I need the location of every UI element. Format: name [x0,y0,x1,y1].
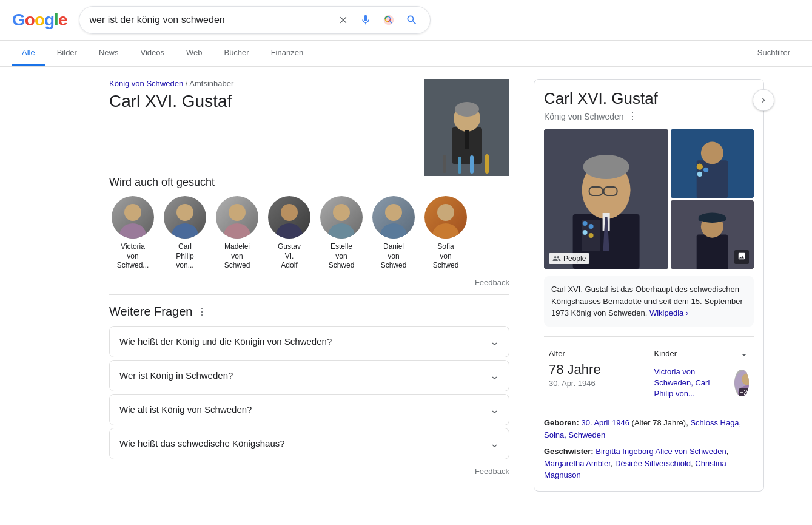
related-img-victoria [112,196,154,239]
svg-point-9 [455,102,479,117]
kp-sibling-christina[interactable]: Christina [695,459,726,468]
faq-item-2[interactable]: Wer ist König in Schweden? ⌄ [109,360,509,391]
svg-rect-11 [443,155,446,173]
kp-born-date-link[interactable]: 30. April 1946 [581,418,629,427]
related-label-gustav: GustavVI.Adolf [278,242,301,271]
kp-fact-alter: Alter 78 Jahre 30. Apr. 1946 [544,344,649,405]
related-card-estelle[interactable]: EstellevonSchwed [318,196,365,271]
svg-point-28 [432,223,459,239]
breadcrumb-link[interactable]: König von Schweden [109,79,183,88]
related-card-sofia[interactable]: SofiavonSchwed [422,196,469,271]
feedback-1[interactable]: Feedback [109,278,509,287]
kp-image-2[interactable] [671,129,754,198]
kp-kinder-label: Kinder [654,349,677,358]
svg-point-38 [583,155,629,179]
related-card-daniel[interactable]: DanielvonSchwed [370,196,417,271]
weitere-menu-icon[interactable]: ⋮ [197,306,207,317]
kp-siblings: Geschwister: Birgitta Ingeborg Alice von… [544,445,754,481]
svg-point-34 [589,224,594,229]
faq-item-3[interactable]: Wie alt ist König von Schweden? ⌄ [109,394,509,425]
kp-main-image[interactable]: People [544,129,668,269]
kp-right-images [671,129,754,269]
faq-item-4[interactable]: Wie heißt das schwedische Königshaus? ⌄ [109,428,509,459]
related-img-carlphilip [164,196,206,239]
related-card-madeleine[interactable]: MadeleivonSchwed [213,196,261,271]
faq-chevron-3: ⌄ [490,403,499,416]
chevron-right-icon [759,95,768,105]
svg-rect-12 [458,157,461,174]
google-logo[interactable]: Google [12,10,67,30]
svg-point-33 [583,221,588,226]
svg-rect-13 [470,155,474,174]
kp-images: People [544,129,754,269]
expand-icon [737,252,746,260]
voice-search-button[interactable] [357,12,374,29]
faq-chevron-1: ⌄ [490,335,499,348]
svg-point-25 [385,204,402,221]
search-input[interactable] [89,15,329,25]
related-img-estelle [320,196,363,239]
kp-next-button[interactable] [753,89,774,111]
related-cards: VictoriavonSchwed... CarlPhilipvon... Ma… [109,196,509,271]
lens-search-button[interactable] [380,12,397,29]
clear-search-button[interactable] [335,12,351,28]
svg-point-17 [176,204,193,221]
svg-point-19 [229,204,246,221]
tab-buecher[interactable]: Bücher [214,41,258,66]
svg-point-51 [697,172,702,177]
faq-chevron-4: ⌄ [490,437,499,450]
nav-tabs: Alle Bilder News Videos Web Bücher Finan… [0,41,812,67]
svg-point-24 [328,223,355,239]
kp-wikipedia-link[interactable]: Wikipedia › [649,308,688,317]
main-person-image [424,79,509,176]
kp-alter-value: 78 Jahre [549,362,644,378]
kp-kinder-content: Victoria von Schweden, Carl Philip von..… [654,367,750,400]
faq-question-1: Wie heißt der König und die Königin von … [119,336,332,347]
svg-rect-57 [699,217,726,221]
related-label-daniel: DanielvonSchwed [381,242,407,271]
tab-news[interactable]: News [89,41,129,66]
kp-facts: Alter 78 Jahre 30. Apr. 1946 Kinder Vict… [544,336,754,405]
kp-sibling-margaretha[interactable]: Margaretha Ambler [544,459,611,468]
kp-sibling-desiree[interactable]: Désirée Silfverschiöld [615,459,691,468]
search-submit-button[interactable] [403,12,420,29]
faq-item-1[interactable]: Wie heißt der König und die Königin von … [109,326,509,357]
svg-point-16 [119,223,146,239]
tab-web[interactable]: Web [176,41,212,66]
kp-more-icon[interactable]: ⋮ [628,110,637,122]
chevron-down-icon[interactable] [739,350,749,360]
related-card-carlphilip[interactable]: CarlPhilipvon... [161,196,209,271]
tab-suchfilter[interactable]: Suchfilter [748,41,800,66]
tab-alle[interactable]: Alle [12,41,45,66]
kp-born-place1-link[interactable]: Schloss Haga, [690,418,741,427]
svg-rect-54 [697,235,728,269]
children-names[interactable]: Victoria von Schweden, Carl Philip von..… [654,367,730,400]
main-person-card: König von Schweden / Amtsinhaber Carl XV… [109,79,509,111]
image-expand-button[interactable] [734,250,749,264]
kp-born-place2-link[interactable]: Solna, [544,430,566,439]
related-card-gustav[interactable]: GustavVI.Adolf [266,196,313,271]
svg-rect-10 [465,130,469,149]
svg-point-18 [172,223,198,239]
tab-videos[interactable]: Videos [130,41,174,66]
microphone-icon [360,14,372,26]
feedback-2[interactable]: Feedback [109,467,509,476]
related-label-sofia: SofiavonSchwed [433,242,459,271]
close-icon [338,15,349,25]
svg-point-23 [333,204,350,221]
kp-born-place3-link[interactable]: Schweden [569,430,606,439]
kp-born-age: (Alter 78 Jahre), [632,418,691,427]
divider-1 [109,294,509,295]
related-card-victoria[interactable]: VictoriavonSchwed... [109,196,156,271]
related-label-victoria: VictoriavonSchwed... [117,242,149,271]
kp-image-3[interactable] [671,200,754,269]
kp-sibling-magnuson[interactable]: Magnuson [544,470,581,479]
kp-sibling-birgitta[interactable]: Birgitta Ingeborg Alice von Schweden [596,447,726,456]
tab-bilder[interactable]: Bilder [47,41,87,66]
related-label-estelle: EstellevonSchwed [329,242,355,271]
tab-finanzen[interactable]: Finanzen [261,41,313,66]
children-avatar[interactable]: +2 [734,370,749,396]
related-img-gustav [268,196,310,239]
people-label: People [549,253,589,264]
related-img-madeleine [216,196,258,239]
